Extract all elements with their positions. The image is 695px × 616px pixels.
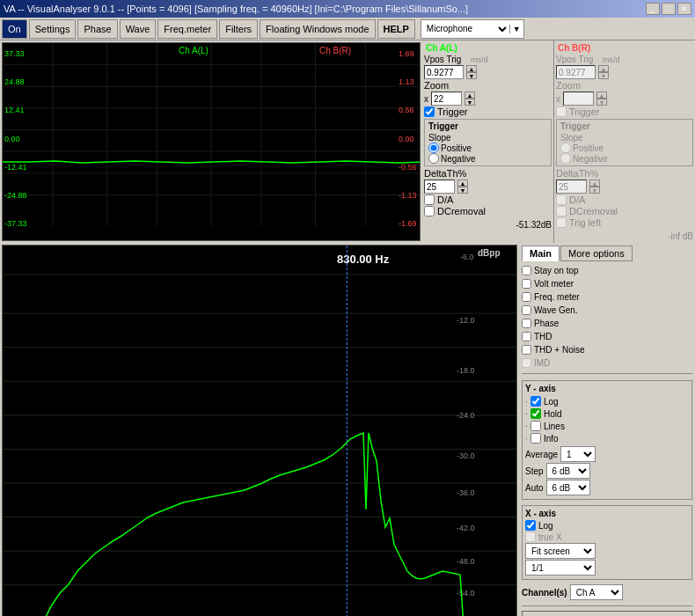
thd-checkbox[interactable]: [522, 332, 531, 341]
freq-meter-checkbox[interactable]: [522, 292, 531, 302]
channels-row: Channel(s) Ch A Ch B Both: [522, 584, 692, 600]
dcremoval-row-b: DCremoval: [556, 206, 693, 216]
db-readout-a: -51.32dB: [424, 220, 552, 230]
auto-select[interactable]: 6 dB 3 dB: [546, 480, 590, 495]
y-hold-label: Hold: [544, 409, 562, 419]
average-select[interactable]: 1 2 4 8: [560, 446, 596, 462]
svg-rect-38: [3, 246, 516, 616]
channels-select[interactable]: Ch A Ch B Both: [570, 584, 623, 600]
zoom-up-a[interactable]: ▲: [465, 92, 475, 99]
negative-radio-row: Negative: [428, 153, 547, 164]
vpos-input-b[interactable]: [556, 65, 596, 79]
y-hold-checkbox[interactable]: [530, 408, 541, 419]
y-info-checkbox[interactable]: [530, 433, 541, 444]
zoom-input-a[interactable]: [431, 92, 462, 106]
vpos-label: Vpos Trig: [424, 55, 468, 64]
y-lines-checkbox[interactable]: [530, 421, 541, 431]
title-bar: VA -- VisualAnalyser 9.0.1 -- [Points = …: [0, 0, 695, 18]
svg-text:12.41: 12.41: [4, 106, 25, 114]
vpos-input-row: ▲ ▼: [424, 65, 552, 79]
dropdown-arrow-icon[interactable]: ▼: [509, 25, 523, 33]
ratio-select[interactable]: 1/1 1/2 1/4: [525, 560, 596, 576]
capture-scope-button[interactable]: Capture scope: [522, 611, 692, 616]
dcremoval-label-b: DCremoval: [569, 206, 618, 216]
y-minus3-label: -: [525, 422, 528, 430]
tab-bar: Main More options: [522, 246, 692, 261]
positive-radio-a[interactable]: [428, 143, 439, 153]
trig-left-checkbox: [556, 217, 567, 228]
zoom-row-b: Zoom: [556, 80, 693, 91]
da-row-a: D/A: [424, 194, 552, 205]
floating-windows-button[interactable]: Floating Windows mode: [260, 19, 375, 39]
fit-screen-row: Fit screen 1/1 1/2: [525, 543, 689, 559]
delta-up-a[interactable]: ▲: [457, 180, 468, 187]
stay-on-top-label: Stay on top: [534, 266, 579, 275]
x-log-label: Log: [538, 521, 553, 531]
thd-noise-checkbox[interactable]: [522, 345, 531, 355]
zoom-x-b: x: [556, 94, 560, 104]
volt-meter-row: Volt meter: [522, 279, 692, 289]
svg-text:-0.56: -0.56: [399, 163, 417, 172]
spectrum-waveform-svg: -6.0 -12.0 -18.0 -24.0 -30.0 -36.0 -42.0…: [3, 246, 516, 616]
vpos-label-b: Vpos Trig: [556, 55, 600, 64]
y-axis-section: Y - axis - Log - Hold: [522, 380, 692, 500]
wave-gen-checkbox[interactable]: [522, 305, 531, 315]
minimize-button[interactable]: _: [646, 3, 660, 15]
tab-main[interactable]: Main: [522, 246, 560, 261]
da-label-a: D/A: [437, 194, 453, 205]
microphone-select[interactable]: Microphone Line In Wave Out Mix: [421, 21, 509, 37]
x-log-checkbox[interactable]: [525, 520, 536, 531]
svg-text:-37.33: -37.33: [4, 219, 27, 228]
step-select[interactable]: 6 dB 3 dB 1 dB: [546, 463, 590, 479]
zoom-down-a[interactable]: ▼: [465, 99, 475, 106]
da-checkbox-a[interactable]: [424, 194, 435, 205]
freq-meter-button[interactable]: Freq.meter: [157, 19, 217, 39]
microphone-dropdown[interactable]: Microphone Line In Wave Out Mix ▼: [421, 19, 524, 39]
y-minus-label: -: [525, 397, 528, 406]
phase-button[interactable]: Phase: [77, 19, 117, 39]
delta-label-b: DeltaTh%: [556, 168, 598, 179]
oscilloscope-display: 37.33 24.88 12.41 0.00 -12.41 -24.88 -37…: [2, 42, 421, 241]
y-axis-title: Y - axis: [525, 384, 689, 393]
phase-checkbox[interactable]: [522, 319, 531, 328]
x-true-row: true X: [525, 532, 689, 542]
channel-b-label: Ch B(R): [558, 43, 590, 53]
settings-button[interactable]: Settings: [29, 19, 77, 39]
delta-down-a[interactable]: ▼: [457, 187, 468, 194]
y-lines-row: - Lines: [525, 421, 565, 431]
tab-more-options[interactable]: More options: [560, 246, 633, 261]
wave-button[interactable]: Wave: [120, 19, 157, 39]
filters-button[interactable]: Filters: [219, 19, 258, 39]
positive-radio-row-b: Positive: [560, 143, 689, 153]
trigger-checkbox-a[interactable]: [424, 106, 435, 117]
dcremoval-checkbox-a[interactable]: [424, 206, 435, 216]
on-button[interactable]: On: [2, 19, 27, 39]
vpos-input-a[interactable]: [424, 65, 464, 79]
vpos-down-b: ▼: [598, 72, 609, 79]
dcremoval-row-a: DCremoval: [424, 206, 552, 216]
help-button[interactable]: HELP: [377, 19, 415, 39]
delta-input-row-a: ▲ ▼: [424, 180, 552, 194]
negative-radio-a[interactable]: [428, 153, 439, 164]
delta-input-a[interactable]: [424, 180, 455, 194]
zoom-input-row-b: x ▲ ▼: [556, 92, 693, 106]
stay-on-top-checkbox[interactable]: [522, 266, 531, 275]
close-button[interactable]: ✕: [677, 3, 691, 15]
vpos-down-a[interactable]: ▼: [466, 72, 477, 79]
delta-input-b[interactable]: [556, 180, 587, 194]
volt-meter-checkbox[interactable]: [522, 279, 531, 289]
db-readout-b: -inf dB: [556, 231, 693, 241]
db-value-a: -51.32dB: [516, 220, 552, 230]
fit-screen-select[interactable]: Fit screen 1/1 1/2: [525, 543, 596, 559]
thd-row: THD: [522, 332, 692, 341]
phase-row: Phase: [522, 319, 692, 328]
maximize-button[interactable]: □: [662, 3, 676, 15]
svg-text:-24.88: -24.88: [4, 191, 27, 200]
imd-row: IMD: [522, 358, 692, 368]
zoom-input-b[interactable]: [563, 92, 594, 106]
trig-left-row: Trig left: [556, 217, 693, 228]
trigger-checkbox-row: Trigger: [424, 106, 552, 117]
svg-text:-12.0: -12.0: [457, 316, 475, 325]
vpos-up-a[interactable]: ▲: [466, 65, 477, 72]
y-log-checkbox[interactable]: [530, 396, 541, 407]
